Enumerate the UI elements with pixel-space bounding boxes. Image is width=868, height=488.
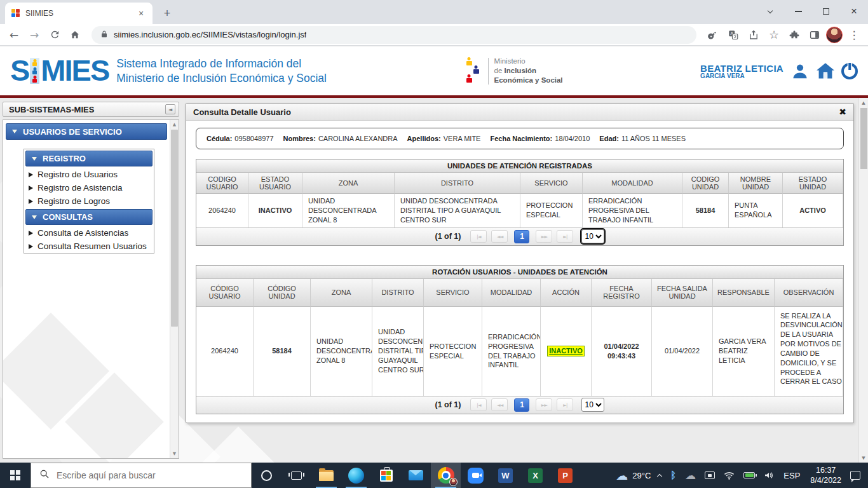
column-header: DISTRITO [372,279,424,307]
powerpoint-button[interactable]: P [550,463,580,488]
tab-search-chevron-icon[interactable] [756,0,784,23]
tray-chevron-up-icon[interactable] [653,472,666,478]
scroll-up-icon[interactable]: ▲ [859,98,868,107]
action-center-icon[interactable] [850,471,860,480]
translate-icon[interactable]: A [724,26,742,44]
window-maximize-button[interactable] [812,0,840,23]
back-icon[interactable]: ← [5,26,23,44]
sidebar-group-consultas[interactable]: CONSULTAS [25,209,153,225]
sidebar-item-registro-de-asistencia[interactable]: Registro de Asistencia [24,181,154,194]
table-header-row: CODIGO USUARIO ESTADO USUARIO ZONA DISTR… [196,173,843,194]
scroll-up-icon[interactable]: ▲ [170,120,179,129]
battery-icon[interactable] [739,472,759,478]
excel-button[interactable]: X [520,463,550,488]
zoom-button[interactable] [461,463,491,488]
browser-toolbar: ← → siimies.inclusion.gob.ec/SIIMIES/vis… [0,24,868,46]
sidebar-collapse-button[interactable]: ◄ [165,104,175,114]
scroll-down-icon[interactable]: ▼ [170,449,179,458]
onedrive-icon[interactable]: ☁ [681,469,700,482]
ministry-logo-divider [488,58,489,85]
home-icon[interactable] [66,26,84,44]
rotacion-usuarios-table: ROTACIÓN USUARIOS - UNIDADES DE ATENCIÓN… [196,265,844,414]
sidebar-scrollbar-thumb[interactable] [171,130,178,327]
cell-fecha-salida: 01/04/2022 [652,307,713,396]
logout-power-icon[interactable] [841,63,858,79]
app-title-line1: Sistema Integrado de Información del [116,57,327,71]
page-scrollbar[interactable]: ▲ ▼ [858,98,868,463]
side-panel-icon[interactable] [806,26,824,44]
forward-icon[interactable]: → [25,26,43,44]
page-size-select[interactable]: 10 [581,398,604,412]
page-prev-button[interactable]: ◄◄ [491,398,508,411]
page-first-button[interactable]: |◄ [470,398,487,411]
file-explorer-button[interactable] [311,463,341,488]
consulta-detalle-usuario-panel: Consulta Detalle Usuario ✖ Cédula:095804… [186,103,854,423]
search-input[interactable] [57,470,243,480]
extensions-puzzle-icon[interactable] [785,26,803,44]
volume-icon[interactable] [759,471,778,480]
taskbar-clock[interactable]: 16:37 8/4/2022 [805,465,846,486]
home-button-icon[interactable] [815,62,836,80]
sidebar-root-label: USUARIOS DE SERVICIO [23,127,122,137]
sidebar-scrollbar[interactable]: ▲ ▼ [170,120,179,458]
weather-cloud-icon[interactable]: ☁ [611,468,632,482]
clock-time: 16:37 [810,465,841,475]
sidebar-item-consulta-de-asistencias[interactable]: Consulta de Asistencias [24,226,154,240]
microsoft-store-button[interactable] [371,463,401,488]
password-key-icon[interactable] [704,26,722,44]
new-tab-button[interactable]: + [159,5,175,22]
share-icon[interactable] [745,26,763,44]
window-minimize-button[interactable] [784,0,812,23]
bookmark-star-icon[interactable]: ☆ [765,26,783,44]
bluetooth-icon[interactable]: ᛒ [666,470,681,481]
edge-button[interactable] [341,463,371,488]
profile-avatar[interactable] [826,27,843,43]
page-last-button[interactable]: ►| [557,398,573,411]
wifi-icon[interactable] [719,471,739,480]
reload-icon[interactable] [46,26,64,44]
page-size-select[interactable]: 10 [581,229,604,243]
arrow-right-icon [29,199,33,204]
browser-tab-siimies[interactable]: SIIMIES × [5,3,153,24]
page-current-button[interactable]: 1 [514,398,529,412]
table-header-row: CÓDIGO USUARIO CÓDIGO UNIDAD ZONA DISTRI… [196,279,843,307]
page-last-button[interactable]: ►| [557,230,573,243]
panel-close-icon[interactable]: ✖ [839,107,846,117]
word-button[interactable]: W [491,463,520,488]
search-icon [39,469,50,482]
window-close-button[interactable]: × [840,0,868,23]
sidebar-item-registro-de-usuarios[interactable]: Registro de Usuarios [24,168,154,181]
page-first-button[interactable]: |◄ [470,230,487,243]
mail-button[interactable] [401,463,431,488]
sidebar-group-registro[interactable]: REGISTRO [25,151,153,166]
sidebar-item-consulta-resumen-usuarios[interactable]: Consulta Resumen Usuarios [24,240,154,253]
temperature-label[interactable]: 29°C [632,471,653,480]
column-header: ZONA [302,173,395,194]
meet-now-icon[interactable] [700,471,719,479]
page-prev-button[interactable]: ◄◄ [491,230,508,243]
page-current-button[interactable]: 1 [514,230,529,243]
language-indicator[interactable]: ESP [778,471,805,480]
column-header: OBSERVACIÓN [775,279,843,307]
start-button[interactable] [0,463,31,488]
accion-inactivo-link[interactable]: INACTIVO [547,346,585,356]
sidebar-item-registro-de-logros[interactable]: Registro de Logros [24,194,154,208]
chrome-button[interactable] [431,463,461,488]
menu-item-label: Consulta de Asistencias [37,228,128,238]
page-next-button[interactable]: ►► [536,398,552,411]
page-next-button[interactable]: ►► [536,230,552,243]
user-name: BEATRIZ LETICIA GARCIA VERA [700,63,783,79]
task-view-button[interactable] [281,463,311,488]
scroll-down-icon[interactable]: ▼ [859,453,868,463]
tab-close-icon[interactable]: × [136,8,146,18]
page-scrollbar-thumb[interactable] [860,108,867,169]
taskbar-search-box[interactable] [31,463,252,488]
user-profile-icon[interactable] [790,62,810,81]
page-count-label: (1 of 1) [435,400,461,409]
address-bar[interactable]: siimies.inclusion.gob.ec/SIIMIES/vistas/… [92,26,696,44]
cortana-button[interactable] [252,463,281,488]
sidebar-item-usuarios-de-servicio[interactable]: USUARIOS DE SERVICIO [6,123,167,140]
cell-distrito: UNIDAD DESCONCENTRADA DISTRITAL TIPO A G… [395,194,520,227]
browser-menu-dots-icon[interactable]: ⋮ [845,26,863,44]
menu-item-label: Consulta Resumen Usuarios [37,241,147,251]
